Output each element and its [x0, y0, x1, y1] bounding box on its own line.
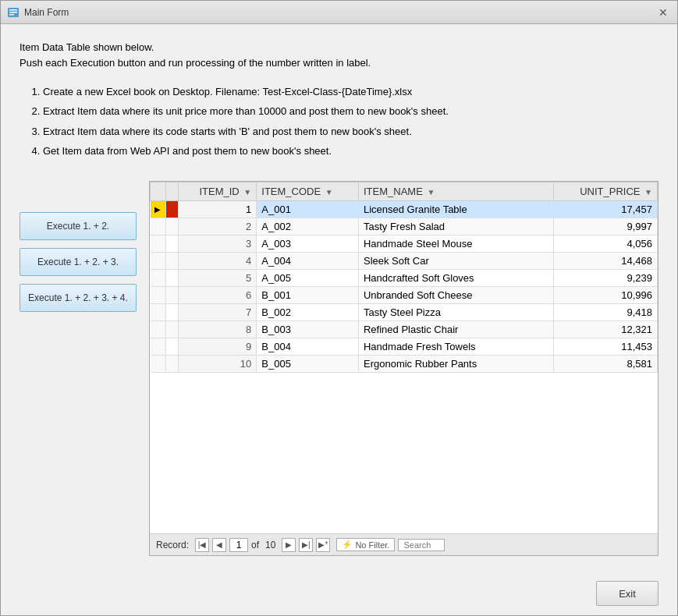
cell-item-name: Handmade Fresh Towels [358, 338, 553, 355]
col-header-item-id[interactable]: ITEM_ID ▼ [179, 182, 257, 200]
window-title: Main Form [24, 7, 655, 18]
nav-bar: Record: |◀ ◀ 1 of 10 ▶ ▶| ▶* ⚡ No Filter… [150, 533, 658, 555]
data-table[interactable]: ITEM_ID ▼ ITEM_CODE ▼ ITEM_NAME ▼ [150, 182, 658, 533]
exit-button[interactable]: Exit [596, 581, 658, 606]
no-filter-button[interactable]: ⚡ No Filter. [336, 538, 395, 551]
no-filter-label: No Filter. [355, 540, 389, 550]
selected-indicator [166, 235, 179, 252]
filter-icon: ⚡ [342, 540, 353, 550]
cell-item-id: 9 [179, 338, 257, 355]
selected-indicator [166, 200, 179, 218]
execute-1-2-3-button[interactable]: Execute 1. + 2. + 3. [20, 248, 137, 276]
record-label: Record: [156, 540, 189, 551]
col-header-item-code[interactable]: ITEM_CODE ▼ [257, 182, 359, 200]
table-row[interactable]: 7B_002Tasty Steel Pizza9,418 [151, 303, 658, 320]
content-area: Item Data Table shown below. Push each E… [1, 24, 677, 572]
row-indicator [151, 355, 166, 372]
cell-item-code: A_003 [257, 235, 359, 252]
button-panel: Execute 1. + 2. Execute 1. + 2. + 3. Exe… [20, 181, 137, 556]
table-row[interactable]: 5A_005Handcrafted Soft Gloves9,239 [151, 269, 658, 286]
cell-item-name: Unbranded Soft Cheese [358, 286, 553, 303]
nav-next-button[interactable]: ▶ [282, 538, 296, 552]
col-header-item-name[interactable]: ITEM_NAME ▼ [358, 182, 553, 200]
selected-indicator [166, 303, 179, 320]
close-button[interactable]: ✕ [655, 5, 671, 20]
description: Item Data Table shown below. Push each E… [20, 40, 658, 70]
table-row[interactable]: 2A_002Tasty Fresh Salad9,997 [151, 218, 658, 235]
row-indicator [151, 320, 166, 338]
cell-item-code: B_004 [257, 338, 359, 355]
total-records: 10 [265, 540, 275, 551]
cell-unit-price: 8,581 [554, 355, 658, 372]
nav-last-button[interactable]: ▶| [299, 538, 313, 552]
cell-unit-price: 9,239 [554, 269, 658, 286]
cell-item-id: 4 [179, 252, 257, 269]
search-box[interactable]: Search [398, 539, 445, 551]
cell-item-name: Handmade Steel Mouse [358, 235, 553, 252]
instruction-item-3: Extract Item data where its code starts … [43, 122, 658, 140]
row-indicator [151, 252, 166, 269]
cell-item-name: Handcrafted Soft Gloves [358, 269, 553, 286]
nav-prev-button[interactable]: ◀ [212, 538, 226, 552]
col-header-unit-price[interactable]: UNIT_PRICE ▼ [554, 182, 658, 200]
row-indicator [151, 286, 166, 303]
row-indicator [151, 218, 166, 235]
cell-item-code: A_005 [257, 269, 359, 286]
main-area: Execute 1. + 2. Execute 1. + 2. + 3. Exe… [20, 181, 658, 556]
instruction-list: Create a new Excel book on Desktop. File… [43, 83, 658, 161]
cell-unit-price: 12,321 [554, 320, 658, 338]
cell-unit-price: 11,453 [554, 338, 658, 355]
table-row[interactable]: ▶1A_001Licensed Granite Table17,457 [151, 200, 658, 218]
cell-unit-price: 9,997 [554, 218, 658, 235]
footer: Exit [1, 572, 677, 615]
cell-unit-price: 17,457 [554, 200, 658, 218]
cell-item-id: 6 [179, 286, 257, 303]
cell-item-name: Licensed Granite Table [358, 200, 553, 218]
main-window: Main Form ✕ Item Data Table shown below.… [0, 0, 678, 616]
cell-item-id: 7 [179, 303, 257, 320]
nav-first-button[interactable]: |◀ [195, 538, 209, 552]
title-bar: Main Form ✕ [1, 1, 677, 24]
execute-1-2-3-4-button[interactable]: Execute 1. + 2. + 3. + 4. [20, 284, 137, 312]
cell-item-id: 10 [179, 355, 257, 372]
cell-item-id: 3 [179, 235, 257, 252]
selected-indicator-header [166, 182, 179, 200]
cell-item-id: 8 [179, 320, 257, 338]
cell-item-name: Refined Plastic Chair [358, 320, 553, 338]
cell-item-code: A_004 [257, 252, 359, 269]
table-body: ▶1A_001Licensed Granite Table17,4572A_00… [151, 200, 658, 372]
cell-item-name: Sleek Soft Car [358, 252, 553, 269]
nav-new-button[interactable]: ▶* [316, 538, 330, 552]
table-row[interactable]: 10B_005Ergonomic Rubber Pants8,581 [151, 355, 658, 372]
sort-arrow-id: ▼ [243, 188, 251, 196]
cell-item-id: 2 [179, 218, 257, 235]
of-label: of [251, 540, 259, 551]
cell-unit-price: 14,468 [554, 252, 658, 269]
table-row[interactable]: 6B_001Unbranded Soft Cheese10,996 [151, 286, 658, 303]
table-row[interactable]: 9B_004Handmade Fresh Towels11,453 [151, 338, 658, 355]
selected-indicator [166, 355, 179, 372]
table-row[interactable]: 4A_004Sleek Soft Car14,468 [151, 252, 658, 269]
table-panel: ITEM_ID ▼ ITEM_CODE ▼ ITEM_NAME ▼ [149, 181, 658, 556]
instruction-item-2: Extract Item data where its unit price m… [43, 102, 658, 120]
cell-item-name: Tasty Steel Pizza [358, 303, 553, 320]
cell-item-code: B_001 [257, 286, 359, 303]
sort-arrow-code: ▼ [325, 188, 333, 196]
window-icon [7, 6, 20, 19]
description-line2: Push each Execution button and run proce… [20, 55, 658, 71]
row-indicator [151, 338, 166, 355]
selected-indicator [166, 286, 179, 303]
table-row[interactable]: 8B_003Refined Plastic Chair12,321 [151, 320, 658, 338]
cell-item-code: B_005 [257, 355, 359, 372]
row-indicator [151, 269, 166, 286]
cell-item-name: Tasty Fresh Salad [358, 218, 553, 235]
table-row[interactable]: 3A_003Handmade Steel Mouse4,056 [151, 235, 658, 252]
instructions: Create a new Excel book on Desktop. File… [20, 83, 658, 162]
execute-1-2-button[interactable]: Execute 1. + 2. [20, 212, 137, 240]
cell-item-code: A_001 [257, 200, 359, 218]
sort-arrow-name: ▼ [427, 188, 435, 196]
selected-indicator [166, 218, 179, 235]
current-record[interactable]: 1 [229, 538, 248, 552]
indicator-header [151, 182, 166, 200]
svg-rect-1 [9, 9, 17, 11]
